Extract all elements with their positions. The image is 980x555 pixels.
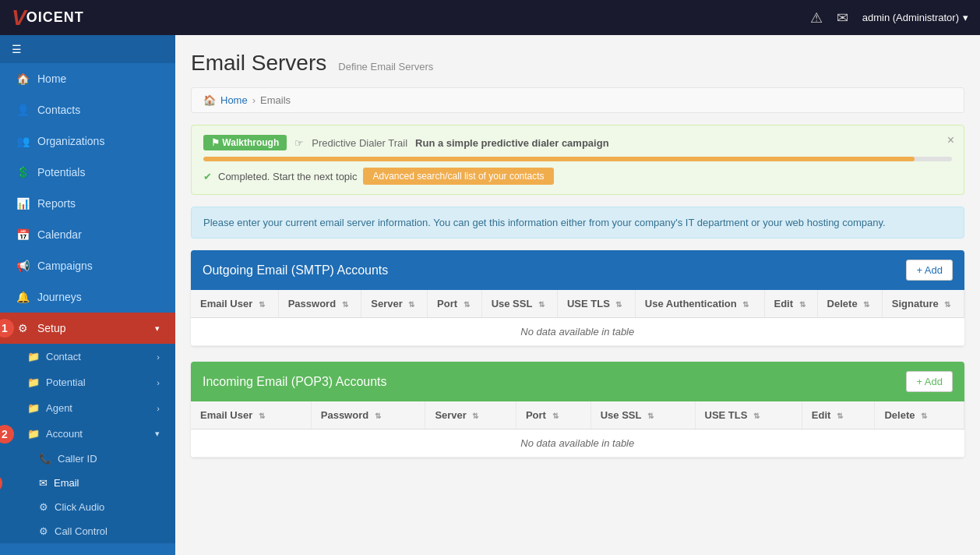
alert-icon[interactable]: ⚠ <box>810 9 823 27</box>
submenu-account[interactable]: 📁 Account ▾ 2 <box>0 421 175 447</box>
breadcrumb-home-icon: 🏠 <box>203 94 216 106</box>
pop3-section: Incoming Email (POP3) Accounts + Add Ema… <box>191 362 964 458</box>
setup-chevron-icon: ▾ <box>155 323 160 334</box>
top-nav: V OICENT ⚠ ✉ admin (Administrator) ▾ <box>0 0 980 35</box>
walkthrough-badge[interactable]: ⚑ Walkthrough <box>203 135 287 150</box>
phone-icon: 📞 <box>39 453 51 465</box>
pop3-col-use-tls[interactable]: USE TLS ⇅ <box>695 401 802 430</box>
col-delete[interactable]: Delete ⇅ <box>817 290 882 318</box>
sidebar-item-setup[interactable]: ⚙ Setup ▾ 1 <box>0 313 175 344</box>
pop3-col-server[interactable]: Server ⇅ <box>425 401 516 430</box>
pop3-header: Incoming Email (POP3) Accounts + Add <box>191 362 964 401</box>
subitem-label-call-control: Call Control <box>55 525 108 537</box>
sidebar-item-organizations[interactable]: 👥 Organizations <box>0 125 175 157</box>
logo: V OICENT <box>12 5 84 30</box>
submenu-caller-id[interactable]: 📞 Caller ID <box>0 447 175 471</box>
potentials-icon: 💲 <box>16 166 30 179</box>
walkthrough-top: ⚑ Walkthrough ☞ Predictive Dialer Trail … <box>203 135 952 150</box>
call-control-icon: ⚙ <box>39 525 48 537</box>
next-topic-button[interactable]: Advanced search/call list of your contac… <box>363 168 553 185</box>
setup-submenu: 📁 Contact › 📁 Potential › 📁 Agent › 📁 Ac… <box>0 344 175 543</box>
submenu-click-audio[interactable]: ⚙ Click Audio <box>0 495 175 519</box>
sidebar-item-campaigns[interactable]: 📢 Campaigns <box>0 250 175 281</box>
walkthrough-completed: ✔ Completed. Start the next topic Advanc… <box>203 168 952 185</box>
pop3-add-button[interactable]: + Add <box>906 371 953 392</box>
sort-icon: ⇅ <box>742 300 749 309</box>
sidebar-item-calendar[interactable]: 📅 Calendar <box>0 219 175 250</box>
sort-icon: ⇅ <box>863 300 869 309</box>
sidebar-item-potentials[interactable]: 💲 Potentials <box>0 157 175 188</box>
submenu-potential[interactable]: 📁 Potential › <box>0 369 175 395</box>
submenu-contact[interactable]: 📁 Contact › <box>0 344 175 369</box>
sort-icon: ⇅ <box>799 300 806 309</box>
completed-text: Completed. Start the next topic <box>218 171 357 182</box>
pop3-col-use-ssl[interactable]: Use SSL ⇅ <box>590 401 695 430</box>
pop3-no-data: No data available in table <box>191 430 964 458</box>
sort-icon: ⇅ <box>408 300 414 309</box>
submenu-agent[interactable]: 📁 Agent › <box>0 395 175 421</box>
col-server[interactable]: Server ⇅ <box>361 290 428 318</box>
col-use-ssl[interactable]: Use SSL ⇅ <box>481 290 557 318</box>
campaigns-icon: 📢 <box>16 260 30 272</box>
user-name: admin (Administrator) <box>862 12 959 23</box>
account-chevron-icon: ▾ <box>155 429 160 439</box>
submenu-label-agent: Agent <box>46 402 72 414</box>
folder-potential-icon: 📁 <box>27 376 40 388</box>
close-button[interactable]: × <box>947 133 954 147</box>
contact-chevron-icon: › <box>157 352 160 362</box>
sort-icon: ⇅ <box>615 300 622 309</box>
sidebar-item-reports[interactable]: 📊 Reports <box>0 188 175 219</box>
col-edit[interactable]: Edit ⇅ <box>764 290 817 318</box>
subitem-label-click-audio: Click Audio <box>55 501 104 513</box>
sidebar-toggle[interactable]: ☰ <box>0 35 175 63</box>
sidebar-label-home: Home <box>37 72 66 85</box>
pop3-col-port[interactable]: Port ⇅ <box>516 401 590 430</box>
main-content: Email Servers Define Email Servers 🏠 Hom… <box>175 35 980 555</box>
col-use-tls[interactable]: USE TLS ⇅ <box>557 290 635 318</box>
col-use-auth[interactable]: Use Authentication ⇅ <box>635 290 764 318</box>
sidebar-item-journeys[interactable]: 🔔 Journeys <box>0 281 175 313</box>
smtp-no-data-row: No data available in table <box>191 318 964 346</box>
col-port[interactable]: Port ⇅ <box>428 290 482 318</box>
smtp-no-data: No data available in table <box>191 318 964 346</box>
smtp-header: Outgoing Email (SMTP) Accounts + Add <box>191 250 964 290</box>
breadcrumb-home-link[interactable]: Home <box>220 94 248 106</box>
info-box: Please enter your current email server i… <box>191 207 964 239</box>
logo-v: V <box>12 5 26 30</box>
smtp-thead: Email User ⇅ Password ⇅ Server ⇅ Port ⇅ … <box>191 290 964 318</box>
sidebar-label-contacts: Contacts <box>37 104 80 116</box>
sidebar-label-setup: Setup <box>37 322 66 334</box>
logo-text: OICENT <box>26 9 84 26</box>
sort-icon: ⇅ <box>753 412 760 420</box>
setup-icon: ⚙ <box>16 322 30 334</box>
sort-icon: ⇅ <box>464 300 470 309</box>
subitem-label-caller-id: Caller ID <box>58 453 97 465</box>
user-menu[interactable]: admin (Administrator) ▾ <box>862 12 968 23</box>
home-icon: 🏠 <box>16 72 30 85</box>
pop3-header-row: Email User ⇅ Password ⇅ Server ⇅ Port ⇅ … <box>191 401 964 430</box>
pop3-col-password[interactable]: Password ⇅ <box>311 401 425 430</box>
pop3-col-edit[interactable]: Edit ⇅ <box>802 401 875 430</box>
pop3-col-email-user[interactable]: Email User ⇅ <box>191 401 311 430</box>
smtp-table: Email User ⇅ Password ⇅ Server ⇅ Port ⇅ … <box>191 290 964 346</box>
sidebar-item-contacts[interactable]: 👤 Contacts <box>0 94 175 125</box>
sort-icon: ⇅ <box>552 412 559 420</box>
col-password[interactable]: Password ⇅ <box>278 290 361 318</box>
mail-icon[interactable]: ✉ <box>837 9 848 27</box>
sidebar: ☰ 🏠 Home 👤 Contacts 👥 Organizations 💲 Po… <box>0 35 175 555</box>
reports-icon: 📊 <box>16 197 30 210</box>
folder-account-icon: 📁 <box>27 428 40 440</box>
walkthrough-progress-fill <box>203 157 915 161</box>
sidebar-item-home[interactable]: 🏠 Home <box>0 63 175 94</box>
breadcrumb-current: Emails <box>260 94 291 106</box>
email-icon: ✉ <box>39 477 48 489</box>
col-signature[interactable]: Signature ⇅ <box>882 290 964 318</box>
walkthrough-trail: Predictive Dialer Trail <box>312 137 407 149</box>
pop3-col-delete[interactable]: Delete ⇅ <box>875 401 964 430</box>
submenu-email[interactable]: ✉ Email 3 <box>0 471 175 495</box>
smtp-add-button[interactable]: + Add <box>906 260 953 281</box>
walkthrough-description: Run a simple predictive dialer campaign <box>415 137 609 149</box>
sort-icon: ⇅ <box>647 412 654 420</box>
submenu-call-control[interactable]: ⚙ Call Control <box>0 519 175 543</box>
col-email-user[interactable]: Email User ⇅ <box>191 290 278 318</box>
